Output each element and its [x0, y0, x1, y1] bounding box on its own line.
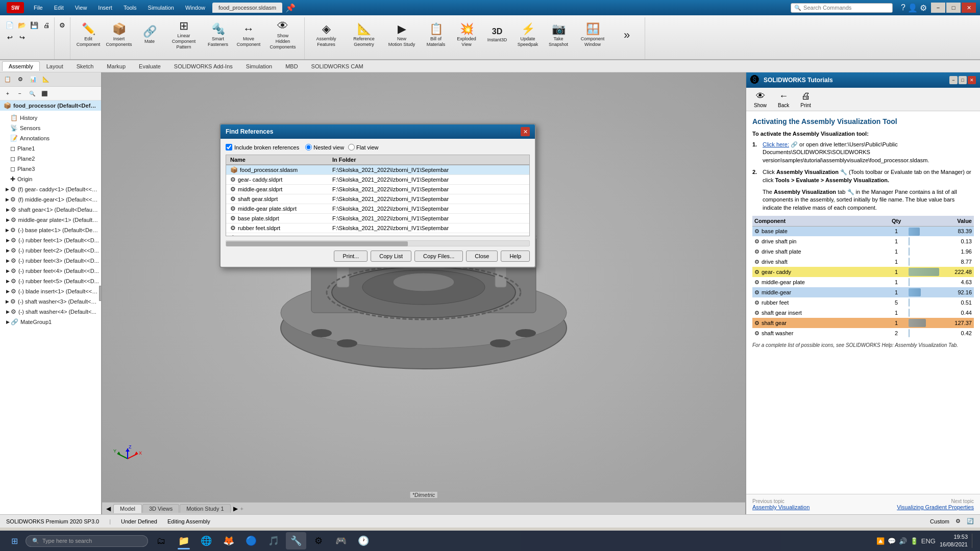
include-broken-checkbox-wrap[interactable]: Include broken references [226, 144, 299, 151]
av-table-row[interactable]: ⚙ shaft gear 1 127.37 [752, 318, 974, 328]
dialog-table-row[interactable]: ⚙ gear- caddy.sldprt F:\Skolska_2021_202… [226, 175, 529, 185]
undo-button[interactable]: ↩ [4, 32, 15, 43]
tab-markup[interactable]: Markup [100, 61, 132, 71]
property-manager-btn[interactable]: ⚙ [15, 74, 26, 85]
tree-item-middle-gear[interactable]: ▶ ⚙ (f) middle-gear<1> (Default<<Def... [0, 194, 101, 205]
maximize-button[interactable]: □ [946, 3, 961, 13]
exploded-view-button[interactable]: 💥 ExplodedView [452, 17, 481, 53]
nested-view-radio[interactable] [305, 144, 312, 151]
menu-insert[interactable]: Insert [94, 4, 116, 12]
linear-component-pattern-button[interactable]: ⊞ Linear ComponentPattern [165, 17, 202, 53]
start-button[interactable]: ⊞ [4, 532, 24, 549]
tree-item-shaft-gear[interactable]: ▶ ⚙ shaft gear<1> (Default<Default_... [0, 205, 101, 215]
menu-file[interactable]: File [30, 4, 47, 12]
taskbar-chrome[interactable]: 🔵 [241, 532, 261, 549]
taskbar-media[interactable]: 🎵 [263, 532, 284, 549]
dialog-table-row[interactable]: ⚙ shaft gear.sldprt F:\Skolska_2021_2022… [226, 194, 529, 204]
tree-item-blade-insert[interactable]: ▶ ⚙ (-) blade insert<1> (Default<<D... [0, 286, 101, 296]
av-table-row[interactable]: ⚙ rubber feet 5 0.51 [752, 297, 974, 308]
close-button[interactable]: ✕ [962, 3, 976, 13]
flat-view-radio[interactable] [348, 144, 355, 151]
tab-addins[interactable]: SOLIDWORKS Add-Ins [167, 61, 239, 71]
reference-geometry-button[interactable]: 📐 ReferenceGeometry [346, 17, 382, 53]
av-table-row[interactable]: ⚙ drive shaft 1 8.77 [752, 257, 974, 267]
open-button[interactable]: 📂 [16, 19, 28, 31]
insert-components-button[interactable]: 📦 InsertComponents [104, 17, 134, 53]
av-table-row[interactable]: ⚙ drive shaft plate 1 1.96 [752, 246, 974, 257]
tutorials-min-btn[interactable]: − [949, 76, 958, 84]
tree-item-history[interactable]: 📋 History [0, 113, 101, 123]
av-table-row[interactable]: ⚙ shaft washer 2 0.42 [752, 328, 974, 338]
taskbar-sw2[interactable]: ⚙ [308, 532, 329, 549]
new-motion-study-button[interactable]: ▶ NewMotion Study [383, 17, 420, 53]
smart-fasteners-button[interactable]: 🔩 SmartFasteners [203, 17, 233, 53]
tree-item-origin[interactable]: ✚ Origin [0, 174, 101, 184]
edit-component-button[interactable]: ✏️ EditComponent [74, 17, 103, 53]
tree-item-annotations[interactable]: 📝 Annotations [0, 133, 101, 143]
expand-all-btn[interactable]: + [2, 88, 13, 99]
taskbar-clock[interactable]: 🕐 [353, 532, 374, 549]
feature-manager-btn[interactable]: 📋 [2, 74, 13, 85]
save-button[interactable]: 💾 [29, 19, 40, 31]
tree-item-rubber-feet5[interactable]: ▶ ⚙ (-) rubber feet<5> (Default<<D... [0, 276, 101, 286]
menu-view[interactable]: View [71, 4, 91, 12]
dialog-table-row[interactable]: ⚙ rubber feet.sldprt F:\Skolska_2021_202… [226, 223, 529, 233]
tree-item-mategroup[interactable]: ▶ 🔗 MateGroup1 [0, 317, 101, 327]
print-button[interactable]: Print... [334, 251, 368, 262]
options-button[interactable]: ⚙ [57, 19, 68, 31]
tree-item-plane2[interactable]: ◻ Plane2 [0, 154, 101, 164]
av-table-row[interactable]: ⚙ middle-gear plate 1 4.63 [752, 277, 974, 287]
taskbar-search[interactable]: 🔍 Type here to search [26, 535, 148, 547]
dialog-table-row[interactable]: ⚙ base plate.sldprt F:\Skolska_2021_2022… [226, 214, 529, 223]
menu-edit[interactable]: Edit [50, 4, 68, 12]
taskbar-sw1[interactable]: 🔧 [286, 532, 306, 549]
dim-expert-btn[interactable]: 📐 [40, 74, 52, 85]
tab-simulation[interactable]: Simulation [239, 61, 279, 71]
dialog-table-row[interactable]: ⚙ middle-gear.sldprt F:\Skolska_2021_202… [226, 185, 529, 194]
nested-view-option[interactable]: Nested view [305, 144, 344, 151]
tray-chat[interactable]: 💬 [888, 537, 896, 545]
dialog-close-button[interactable]: ✕ [521, 127, 530, 136]
help-button[interactable]: Help [501, 251, 530, 262]
tree-item-base-plate[interactable]: ▶ ⚙ (-) base plate<1> (Default<Default..… [0, 225, 101, 235]
tab-assembly[interactable]: Assembly [2, 61, 40, 71]
update-speedpak-button[interactable]: ⚡ UpdateSpeedpak [513, 17, 543, 53]
minimize-button[interactable]: − [931, 3, 945, 13]
tray-battery[interactable]: 🔋 [910, 537, 918, 545]
tree-item-rubber-feet3[interactable]: ▶ ⚙ (-) rubber feet<3> (Default<<D... [0, 256, 101, 266]
tutorials-max-btn[interactable]: □ [959, 76, 967, 84]
tab-layout[interactable]: Layout [40, 61, 70, 71]
tree-root-item[interactable]: 📦 food_processor (Default<Default_Displa… [0, 101, 101, 111]
show-desktop-btn[interactable] [972, 534, 976, 548]
hide-btn[interactable]: ⬛ [39, 88, 50, 99]
config-manager-btn[interactable]: 📊 [28, 74, 39, 85]
click-here-link[interactable]: Click here: [763, 141, 789, 147]
tree-item-gear-caddy[interactable]: ▶ ⚙ (f) gear- caddy<1> (Default<<Defau..… [0, 184, 101, 194]
av-table-row[interactable]: ⚙ base plate 1 83.39 [752, 226, 974, 236]
taskbar-widgets[interactable]: 🗂 [151, 532, 172, 549]
login-icon[interactable]: 👤 [908, 3, 918, 13]
tree-item-rubber-feet1[interactable]: ▶ ⚙ (-) rubber feet<1> (Default<<D... [0, 235, 101, 245]
tree-item-shaft-washer4[interactable]: ▶ ⚙ (-) shaft washer<4> (Default<... [0, 307, 101, 317]
dialog-table-row[interactable]: ⚙ middle-gear plate.sldprt F:\Skolska_20… [226, 204, 529, 214]
tutorials-print-btn[interactable]: 🖨 Print [797, 88, 815, 111]
new-button[interactable]: 📄 [4, 19, 15, 31]
tab-sketch[interactable]: Sketch [70, 61, 101, 71]
bill-of-materials-button[interactable]: 📋 Bill ofMaterials [421, 17, 451, 53]
taskbar-firefox[interactable]: 🦊 [218, 532, 239, 549]
mate-button[interactable]: 🔗 Mate [135, 17, 164, 53]
av-table-row[interactable]: ⚙ middle-gear 1 92.16 [752, 287, 974, 297]
rebuild-btn[interactable]: 🔄 [967, 518, 974, 524]
tree-item-shaft-washer3[interactable]: ▶ ⚙ (-) shaft washer<3> (Default<<Defa..… [0, 296, 101, 307]
settings-icon[interactable]: ⚙ [920, 3, 927, 13]
menu-simulation[interactable]: Simulation [144, 4, 178, 12]
dialog-table-row[interactable]: 📦 food_processor.sldasm F:\Skolska_2021_… [226, 165, 529, 175]
tutorials-show-btn[interactable]: 👁 Show [750, 88, 770, 111]
tray-volume[interactable]: 🔊 [899, 537, 907, 545]
pin-icon[interactable]: 📌 [285, 3, 296, 13]
copy-files-button[interactable]: Copy Files... [414, 251, 463, 262]
tree-item-plane3[interactable]: ◻ Plane3 [0, 164, 101, 174]
copy-list-button[interactable]: Copy List [371, 251, 411, 262]
help-icon[interactable]: ? [901, 3, 905, 12]
tree-item-rubber-feet2[interactable]: ▶ ⚙ (-) rubber feet<2> (Default<<D... [0, 245, 101, 256]
